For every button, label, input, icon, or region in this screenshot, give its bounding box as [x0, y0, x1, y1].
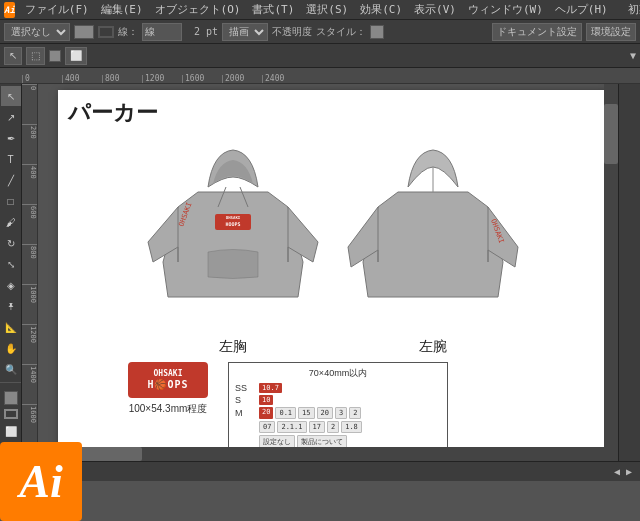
size-name-m: M [235, 408, 255, 418]
artboard-content: パーカー [58, 90, 608, 461]
selection-dropdown[interactable]: 選択なし [4, 23, 70, 41]
fill-swatch[interactable] [74, 25, 94, 39]
menu-type[interactable]: 書式(T) [250, 2, 296, 17]
ruler-mark-2400: 2400 [262, 75, 302, 83]
pt-label: 2 pt [194, 26, 218, 37]
chip-m-4: 20 [317, 407, 333, 419]
vertical-scrollbar-thumb[interactable] [604, 104, 618, 164]
menu-window[interactable]: ウィンドウ(W) [466, 2, 545, 17]
fill-tool-swatch[interactable] [4, 391, 18, 405]
ai-logo-main: Ai [0, 442, 82, 521]
chip-m2-2: 2.1.1 [277, 421, 306, 433]
hand-tool[interactable]: ✋ [1, 338, 21, 358]
chip-ss-1: 10.7 [259, 383, 282, 393]
vertical-scrollbar[interactable] [604, 84, 618, 461]
menu-edit[interactable]: 編集(E) [99, 2, 145, 17]
rect-tool[interactable]: □ [1, 191, 21, 211]
pen-tool[interactable]: ✒ [1, 128, 21, 148]
ruler-v-1000: 1000 [22, 284, 37, 324]
direct-select-tool[interactable]: ↗ [1, 107, 21, 127]
ruler-v-800: 800 [22, 244, 37, 284]
bottom-bar: 手のひら ◀ ▶ [0, 461, 640, 481]
size-row-m: M 20 0.1 15 20 3 2 [235, 407, 441, 419]
style-swatch[interactable] [370, 25, 384, 39]
opacity-label: 不透明度 [272, 25, 312, 39]
stroke-label: 線： [118, 25, 138, 39]
left-toolbar: ↖ ↗ ✒ T ╱ □ 🖌 ↻ ⤡ ◈ 🖈 📐 ✋ 🔍 ⬜ [0, 84, 22, 461]
menu-select[interactable]: 選択(S) [304, 2, 350, 17]
chip-m2-1: 07 [259, 421, 275, 433]
ruler-v-1400: 1400 [22, 364, 37, 404]
tool-option-2[interactable]: ⬚ [26, 47, 45, 65]
ruler-mark-1200: 1200 [142, 75, 182, 83]
horizontal-scrollbar[interactable] [22, 447, 604, 461]
zoom-tool[interactable]: 🔍 [1, 359, 21, 379]
brush-dropdown[interactable]: 描画 [222, 23, 268, 41]
ruler-v-400: 400 [22, 164, 37, 204]
style-label: スタイル： [316, 25, 366, 39]
doc-settings-button[interactable]: ドキュメント設定 [492, 23, 582, 41]
type-tool[interactable]: T [1, 149, 21, 169]
size-name-ss: SS [235, 383, 255, 393]
ruler-mark-800: 800 [102, 75, 142, 83]
size-row-s: S 10 [235, 395, 441, 405]
ruler-mark-0: 0 [22, 75, 62, 83]
chip-m2-5: 1.8 [341, 421, 362, 433]
tool-option-1[interactable]: ↖ [4, 47, 22, 65]
env-settings-button[interactable]: 環境設定 [586, 23, 636, 41]
document-title: パーカー [68, 98, 598, 128]
artboard-nav[interactable]: ◀ ▶ [614, 466, 632, 477]
menu-object[interactable]: オブジェクト(O) [153, 2, 243, 17]
menu-help[interactable]: ヘルプ(H) [553, 2, 610, 17]
chip-m-6: 2 [349, 407, 361, 419]
horizontal-ruler: 0 400 800 1200 1600 2000 2400 [0, 68, 640, 84]
size-note: 100×54.3mm程度 [129, 402, 208, 416]
back-hoodie-svg: OHSAKI [343, 132, 523, 332]
ruler-v-1200: 1200 [22, 324, 37, 364]
stroke-tool-swatch[interactable] [4, 409, 18, 419]
measure-tool[interactable]: 📐 [1, 317, 21, 337]
menu-effect[interactable]: 効果(C) [358, 2, 404, 17]
ruler-v-200: 200 [22, 124, 37, 164]
ruler-mark-400: 400 [62, 75, 102, 83]
svg-text:OHSAKI: OHSAKI [226, 215, 241, 220]
ai-logo-menubar: Ai [4, 2, 15, 18]
tool-option-3[interactable]: ⬜ [65, 47, 87, 65]
front-label: 左胸 [219, 338, 247, 356]
eyedropper-tool[interactable]: 🖈 [1, 296, 21, 316]
workspace-preset[interactable]: 初期設定 ▼ [626, 2, 640, 17]
menu-view[interactable]: 表示(V) [412, 2, 458, 17]
blend-tool[interactable]: ◈ [1, 275, 21, 295]
right-panel [618, 84, 640, 461]
select-tool[interactable]: ↖ [1, 86, 21, 106]
main-layout: ↖ ↗ ✒ T ╱ □ 🖌 ↻ ⤡ ◈ 🖈 📐 ✋ 🔍 ⬜ 0 200 400 … [0, 84, 640, 461]
screen-mode[interactable]: ⬜ [1, 421, 21, 441]
brush-tool[interactable]: 🖌 [1, 212, 21, 232]
menu-file[interactable]: ファイル(F) [23, 2, 91, 17]
chip-m-5: 3 [335, 407, 347, 419]
stroke-swatch[interactable] [98, 26, 114, 38]
stroke-width-input[interactable] [142, 23, 182, 41]
canvas-area[interactable]: 0 200 400 600 800 1000 1200 1400 1600 パー… [22, 84, 618, 461]
front-hoodie-container: OHSAKI HOOPS OHSAKI 左胸 [143, 132, 323, 360]
ruler-mark-1600: 1600 [182, 75, 222, 83]
scale-tool[interactable]: ⤡ [1, 254, 21, 274]
size-row-ss: SS 10.7 [235, 383, 441, 393]
chip-s-1: 10 [259, 395, 273, 405]
ruler-v-1600: 1600 [22, 404, 37, 444]
control-bar: 選択なし 線： 2 pt 描画 不透明度 スタイル： ドキュメント設定 環境設定 [0, 20, 640, 44]
chip-m-2: 0.1 [275, 407, 296, 419]
menu-bar: Ai ファイル(F) 編集(E) オブジェクト(O) 書式(T) 選択(S) 効… [0, 0, 640, 20]
more-options: ▼ [630, 50, 636, 61]
chip-m2-3: 17 [309, 421, 325, 433]
color-box[interactable] [49, 50, 61, 62]
chip-m2-4: 2 [327, 421, 339, 433]
size-chart-title: 70×40mm以内 [235, 367, 441, 380]
rotate-tool[interactable]: ↻ [1, 233, 21, 253]
ruler-mark-2000: 2000 [222, 75, 262, 83]
line-tool[interactable]: ╱ [1, 170, 21, 190]
chip-m-1: 20 [259, 407, 273, 419]
back-hoodie-container: OHSAKI 左腕 [343, 132, 523, 360]
size-row-m2: 07 2.1.1 17 2 1.8 [235, 421, 441, 433]
logo-badge: OHSAKI H🏀OPS [128, 362, 208, 398]
